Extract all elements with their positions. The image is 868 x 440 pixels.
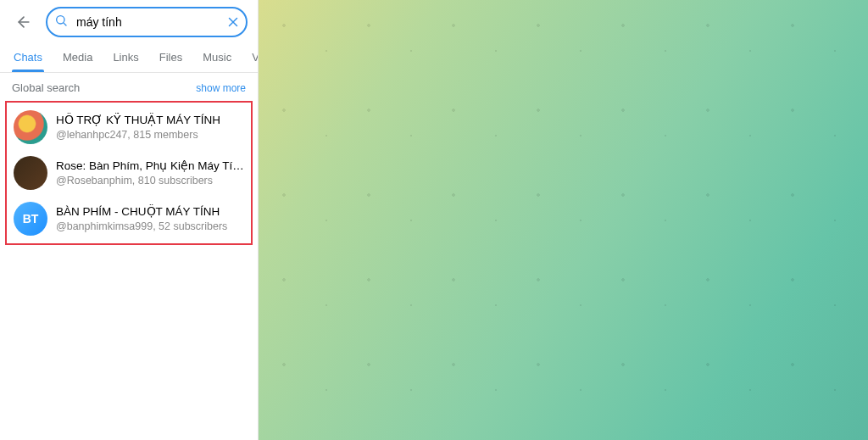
tab-music[interactable]: Music [192,44,242,72]
search-tabs: Chats Media Links Files Music Voice [0,44,258,73]
arrow-left-icon [15,14,32,31]
search-field-wrap [46,7,248,37]
tab-chats[interactable]: Chats [3,44,53,72]
section-title: Global search [12,81,80,94]
search-result-item[interactable]: HỖ TRỢ KỸ THUẬT MÁY TÍNH @lehanhpc247, 8… [7,104,251,150]
tab-files[interactable]: Files [149,44,192,72]
show-more-link[interactable]: show more [196,82,246,94]
avatar [14,156,47,190]
result-title: BÀN PHÍM - CHUỘT MÁY TÍNH [56,204,244,220]
result-text: Rose: Bàn Phím, Phụ Kiện Máy Tính , Đ...… [56,159,244,188]
result-text: BÀN PHÍM - CHUỘT MÁY TÍNH @banphimkimsa9… [56,204,244,234]
background-pattern [259,0,868,440]
close-icon [225,14,241,30]
svg-point-1 [57,16,64,24]
result-title: Rose: Bàn Phím, Phụ Kiện Máy Tính , Đ... [56,159,244,174]
result-title: HỖ TRỢ KỸ THUẬT MÁY TÍNH [56,113,244,128]
tab-media[interactable]: Media [53,44,103,72]
tab-links[interactable]: Links [103,44,148,72]
tab-voice[interactable]: Voice [242,44,258,72]
search-result-item[interactable]: BT BÀN PHÍM - CHUỘT MÁY TÍNH @banphimkim… [7,196,251,242]
search-header [0,7,258,44]
result-subtitle: @banphimkimsa999, 52 subscribers [56,220,244,233]
search-results-highlighted: HỖ TRỢ KỸ THUẬT MÁY TÍNH @lehanhpc247, 8… [5,101,253,245]
back-button[interactable] [10,8,37,36]
result-text: HỖ TRỢ KỸ THUẬT MÁY TÍNH @lehanhpc247, 8… [56,113,244,142]
global-search-header: Global search show more [0,73,258,99]
search-input[interactable] [46,7,248,37]
svg-line-2 [64,23,66,25]
avatar [14,110,47,144]
search-result-item[interactable]: Rose: Bàn Phím, Phụ Kiện Máy Tính , Đ...… [7,150,251,196]
avatar: BT [14,202,47,236]
result-subtitle: @Rosebanphim, 810 subscribers [56,174,244,187]
search-icon [54,14,68,31]
result-subtitle: @lehanhpc247, 815 members [56,128,244,142]
clear-search-button[interactable] [225,14,241,30]
chat-background [259,0,868,440]
sidebar: Chats Media Links Files Music Voice Glob… [0,0,259,440]
